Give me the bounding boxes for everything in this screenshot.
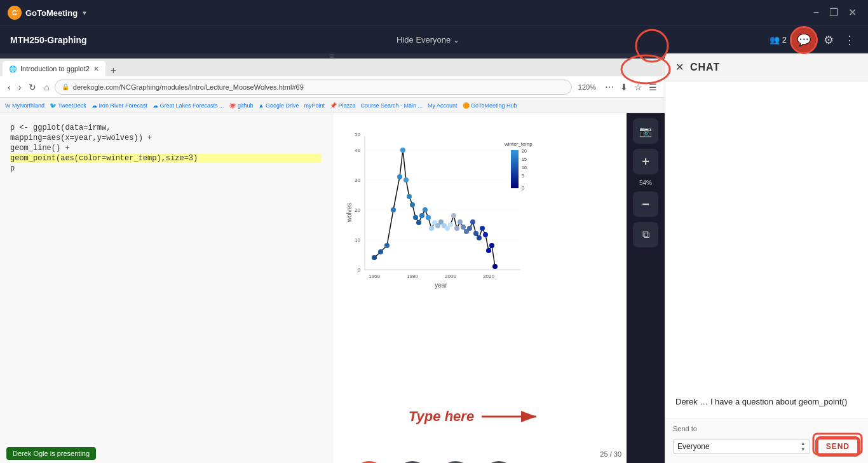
chat-header: ✕ CHAT [665,53,868,81]
svg-point-27 [413,215,418,220]
extensions-button[interactable]: ⋯ [602,81,616,93]
svg-point-29 [419,213,424,218]
bookmark-ironriver[interactable]: ☁ Iron River Forecast [92,102,147,109]
code-highlight-span: geom_point(aes(color=winter_temp),size=3… [10,154,322,163]
meeting-bar-center: Hide Everyone ⌄ [87,35,770,45]
code-line-5: p [10,164,322,173]
svg-text:1960: 1960 [369,273,380,279]
bookmark-googledrive[interactable]: ▲ Google Drive [258,102,299,109]
app-logo: G GoToMeeting ▼ [8,6,88,20]
browser-nav: ‹ › ↻ ⌂ 🔒 derekogle.com/NCGraphing/modul… [0,76,665,98]
svg-text:year: year [435,282,447,289]
svg-text:20: 20 [355,207,360,213]
forward-button[interactable]: › [16,81,24,93]
bookmark-gotomeeting[interactable]: 🟠 GoToMeeting Hub [463,102,517,109]
screenshot-button[interactable]: 📷 [633,118,658,144]
svg-point-18 [372,255,377,260]
title-bar: G GoToMeeting ▼ − ❐ ✕ [0,0,868,25]
send-button-wrapper: SEND [815,436,860,457]
app-name: GoToMeeting [25,8,78,18]
svg-point-21 [391,207,396,212]
main-layout: ≡ 🌐 Introduction to ggplot2 ✕ + ‹ › ↻ ⌂ … [0,53,868,463]
svg-point-51 [489,243,494,248]
meeting-title: MTH250-Graphing [10,35,87,45]
bookmark-myaccount[interactable]: My Account [428,102,458,109]
svg-point-42 [461,225,466,230]
bookmark-mynorthland[interactable]: W MyNorthland [5,102,44,109]
bookmark-mypoint[interactable]: myPoint [304,102,325,109]
chat-button[interactable]: 💬 [792,28,816,52]
participants-button[interactable]: 👥 2 [770,35,787,45]
svg-point-22 [397,174,402,179]
close-icon: ✕ [675,62,684,73]
chat-body: Derek … I have a question about geom_poi… [665,81,868,418]
chat-panel: ✕ CHAT Derek … I have a question about g… [665,53,868,463]
chat-message-text: Derek … I have a question about geom_poi… [675,396,858,408]
drag-handle[interactable]: ≡ [0,53,665,59]
chart-svg: wolves 0 10 20 30 40 [342,123,546,301]
chevron-icon: ⌄ [453,36,459,45]
back-button[interactable]: ‹ [5,81,13,93]
svg-point-26 [410,202,415,207]
svg-text:15: 15 [522,157,527,162]
gear-icon: ⚙ [824,34,834,46]
svg-point-48 [480,226,485,231]
code-line-2: mapping=aes(x=year,y=wolves)) + [10,134,322,142]
svg-point-32 [429,226,434,231]
svg-text:0: 0 [358,267,361,273]
svg-text:10: 10 [355,237,360,243]
chat-message: Derek … I have a question about geom_poi… [675,396,858,408]
home-button[interactable]: ⌂ [41,81,51,93]
bookmark-greatlakes[interactable]: ☁ Great Lakes Forecasts ... [153,102,224,109]
bookmark-button[interactable]: ☆ [632,81,645,93]
svg-point-41 [458,219,463,225]
hide-everyone-button[interactable]: Hide Everyone ⌄ [397,35,459,45]
tab-favicon: 🌐 [9,66,17,73]
tab-close-button[interactable]: ✕ [93,65,99,73]
svg-rect-54 [511,150,519,188]
svg-text:2020: 2020 [483,273,494,279]
chat-close-button[interactable]: ✕ [675,61,684,73]
bookmark-github[interactable]: 🐙 github [229,102,253,109]
zoom-out-button[interactable]: − [633,191,658,217]
secure-icon: 🔒 [62,83,69,90]
bookmark-piazza[interactable]: 📌 Piazza [330,102,356,109]
send-to-label: Send to [673,425,697,432]
svg-point-44 [467,226,472,231]
presenter-badge: Derek Ogle is presenting [6,447,96,460]
restore-button[interactable]: ❐ [825,8,842,18]
chat-title: CHAT [690,62,720,73]
bookmark-tweetdeck[interactable]: 🐦 TweetDeck [50,102,86,109]
reload-button[interactable]: ↻ [26,81,39,93]
more-button[interactable]: ⋮ [841,31,858,50]
window-controls: − ❐ ✕ [810,8,860,18]
send-to-select[interactable]: Everyone ▲ ▼ [673,439,810,454]
copy-button[interactable]: ⧉ [633,222,658,247]
code-line-1: p <- ggplot(data=irmw, [10,123,322,132]
close-button[interactable]: ✕ [844,8,860,18]
new-tab-button[interactable]: + [107,65,120,76]
browser-tab-active[interactable]: 🌐 Introduction to ggplot2 ✕ [3,61,105,76]
plus-icon: + [642,155,649,169]
svg-point-50 [486,248,491,253]
zoom-level: 120% [574,83,600,91]
settings-button[interactable]: ⚙ [821,31,836,50]
svg-point-46 [473,231,478,236]
svg-point-40 [454,226,459,231]
svg-text:5: 5 [522,174,524,178]
url-text: derekogle.com/NCGraphing/modules/Intro/L… [73,83,304,91]
tab-label: Introduction to ggplot2 [20,65,90,73]
address-bar[interactable]: 🔒 derekogle.com/NCGraphing/modules/Intro… [55,79,572,95]
select-arrows: ▲ ▼ [801,441,806,452]
download-button[interactable]: ⬇ [618,81,630,93]
send-button[interactable]: SEND [817,438,858,455]
zoom-in-button[interactable]: + [633,149,658,174]
bookmark-coursesearch[interactable]: Course Search - Main ... [360,102,423,109]
annotation: Type here [409,405,544,428]
minimize-button[interactable]: − [810,8,823,18]
svg-point-28 [416,220,421,225]
svg-point-19 [378,249,383,254]
page-counter: 25 / 30 [600,450,621,458]
menu-button[interactable]: ☰ [646,81,660,93]
svg-text:winter_temp: winter_temp [504,141,532,147]
